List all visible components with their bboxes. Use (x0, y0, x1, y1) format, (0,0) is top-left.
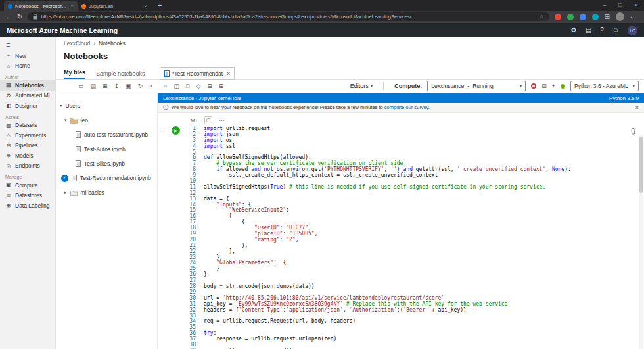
browser-tab-jupyterlab[interactable]: JupyterLab × (78, 1, 151, 11)
code-line[interactable]: 22 ], (185, 249, 622, 255)
nav-home[interactable]: ⌂ Home (0, 61, 55, 72)
tree-file[interactable]: auto-test-restaurant.ipynb (56, 128, 157, 142)
code-line[interactable]: 21 }, (185, 243, 622, 249)
tab-sample-notebooks[interactable]: Sample notebooks (96, 70, 145, 79)
tree-folder-leo[interactable]: ▾ leo (56, 113, 157, 128)
extension-icon[interactable] (592, 14, 599, 20)
sidebar-item-compute[interactable]: ▣ Compute (0, 180, 55, 191)
release-notes-icon[interactable]: ▤ (586, 27, 591, 34)
extension-icon[interactable] (580, 14, 586, 20)
extension-icon[interactable] (567, 14, 574, 20)
sidebar-item-designer[interactable]: ◧ Designer (0, 101, 55, 111)
run-cell-button[interactable]: ▶ (172, 126, 180, 135)
tree-file[interactable]: Test-Bikes.ipynb (56, 156, 157, 171)
code-line[interactable]: 4import ssl (185, 144, 622, 150)
stop-icon[interactable]: □ (186, 83, 189, 89)
tree-file[interactable]: Test-Autos.ipynb (56, 142, 157, 156)
code-line[interactable]: 15 "WebServiceInput2": (185, 208, 622, 214)
compute-dropdown[interactable]: LexxInstance - Running ▾ (427, 81, 526, 91)
survey-link[interactable]: complete our survey (384, 105, 428, 110)
editors-dropdown[interactable]: Editors ▾ (350, 83, 373, 89)
notebook-menu-icon[interactable]: ≡ (164, 83, 167, 89)
tab-close-icon[interactable]: × (144, 3, 147, 9)
save-icon[interactable]: ◇ (196, 83, 200, 89)
code-line[interactable]: 24 "GlobalParameters": { (185, 260, 622, 266)
code-line[interactable]: 2import json (185, 132, 622, 138)
code-line[interactable]: 35 (185, 325, 622, 331)
code-line[interactable]: 32headers = {'Content-Type':'application… (185, 308, 622, 314)
tree-file-selected[interactable]: ✓ Test-Recommendation.ipynb (56, 171, 157, 185)
code-line[interactable]: 11allowSelfSignedHttps(True) # this line… (185, 185, 622, 191)
sidebar-item-datasets[interactable]: ▦ Datasets (0, 120, 55, 131)
hamburger-icon[interactable]: ≡ (0, 37, 55, 51)
duplicate-icon[interactable]: ▣ (126, 83, 131, 89)
extension-icon[interactable] (555, 14, 561, 20)
sidebar-item-models[interactable]: ◈ Models (0, 151, 55, 161)
sidebar-item-data-labeling[interactable]: ◉ Data Labeling (0, 200, 55, 211)
scrollbar-thumb[interactable] (639, 137, 643, 193)
code-line[interactable]: 16 [ (185, 214, 622, 220)
browser-profile-avatar[interactable] (616, 12, 624, 21)
user-avatar[interactable]: LC (628, 26, 637, 35)
split-view-icon[interactable]: ◫ (173, 83, 179, 89)
refresh-icon[interactable]: ↻ (17, 14, 22, 20)
sidebar-item-automated-ml[interactable]: ⚙ Automated ML (0, 91, 55, 101)
refresh-files-icon[interactable]: ↻ (138, 83, 143, 89)
scrollbar[interactable] (639, 135, 643, 349)
browser-tab-notebooks[interactable]: Notebooks - Microsoft Azure M × (4, 1, 78, 11)
code-line[interactable]: 3import os (185, 138, 622, 144)
code-line[interactable]: 12 (185, 191, 622, 197)
close-icon[interactable]: × (628, 0, 644, 11)
maximize-icon[interactable]: □ (612, 0, 628, 11)
gear-icon[interactable]: ⚙ (571, 27, 577, 34)
clear-outputs-icon[interactable]: ⊟ (207, 83, 212, 89)
drag-handle[interactable]: ⋮⋮ (158, 126, 166, 349)
cell-menu-icon[interactable]: ⋯ (219, 118, 224, 124)
code-editor[interactable]: 1import urllib.request2import json3impor… (185, 126, 622, 349)
variable-grid-icon[interactable]: ⊞ (219, 83, 224, 89)
breadcrumb-workspace[interactable]: LexxCloud (64, 40, 90, 47)
code-line[interactable]: 25 } (185, 266, 622, 272)
record-icon[interactable] (531, 83, 536, 89)
tab-my-files[interactable]: My files (64, 69, 85, 79)
apps-grid-icon[interactable]: ⊞ (605, 14, 610, 20)
favorite-star-icon[interactable]: ☆ (539, 14, 543, 20)
markdown-icon[interactable]: M↓ (191, 118, 198, 124)
upload-icon[interactable]: ↥ (114, 83, 120, 89)
delete-cell-icon[interactable] (630, 128, 636, 135)
new-tab-icon[interactable]: + (158, 1, 162, 9)
back-icon[interactable]: ← (5, 14, 12, 20)
tree-folder-ml-basics[interactable]: ▸ ml-basics (56, 185, 157, 200)
sidebar-item-notebooks[interactable]: ▤ Notebooks (0, 80, 55, 91)
code-line[interactable]: 1import urllib.request (185, 126, 622, 132)
minimize-icon[interactable]: – (597, 0, 612, 11)
tree-folder-users[interactable]: ▾ Users (56, 99, 157, 113)
code-line[interactable]: 37 response = urllib.request.urlopen(req… (185, 337, 622, 342)
code-cell-icon[interactable]: ▢ (204, 116, 213, 124)
url-input[interactable]: https://ml.azure.com/fileexplorerAzNB?ws… (28, 12, 549, 21)
sidebar-item-endpoints[interactable]: ◎ Endpoints (0, 161, 55, 172)
help-icon[interactable]: ? (600, 27, 604, 34)
open-terminal-icon[interactable]: ⊡ (541, 83, 547, 89)
sidebar-item-experiments[interactable]: △ Experiments (0, 130, 55, 141)
code-line[interactable]: 20 "rating": "2", (185, 237, 622, 243)
kernel-dropdown[interactable]: Python 3.6 - AzureML ▾ (570, 81, 639, 91)
code-line[interactable]: 9 ssl._create_default_https_context = ss… (185, 173, 622, 179)
banner-close-icon[interactable]: × (635, 105, 639, 111)
new-file-icon[interactable]: ▤ (91, 83, 97, 89)
terminal-icon[interactable]: ▭ (78, 83, 84, 89)
notebook-tab-close-icon[interactable]: × (227, 70, 230, 77)
tab-close-icon[interactable]: × (70, 3, 74, 9)
add-compute-icon[interactable]: + (552, 83, 555, 89)
code-line[interactable]: 34req = urllib.request.Request(url, body… (185, 319, 622, 325)
sidebar-item-pipelines[interactable]: ⊞ Pipelines (0, 141, 55, 151)
code-line[interactable]: 26} (185, 272, 622, 278)
collapse-panel-icon[interactable]: « (149, 83, 152, 89)
notebook-file-tab[interactable]: *Test-Recommendat × (160, 67, 235, 80)
code-line[interactable]: 28body = str.encode(json.dumps(data)) (185, 284, 622, 290)
sidebar-item-datastores[interactable]: ≣ Datastores (0, 191, 55, 201)
nav-new-button[interactable]: + New (0, 51, 55, 61)
browser-menu-icon[interactable]: ⋯ (630, 14, 636, 20)
new-folder-icon[interactable]: ⊞ (103, 83, 108, 89)
feedback-icon[interactable]: ☺ (612, 27, 619, 34)
